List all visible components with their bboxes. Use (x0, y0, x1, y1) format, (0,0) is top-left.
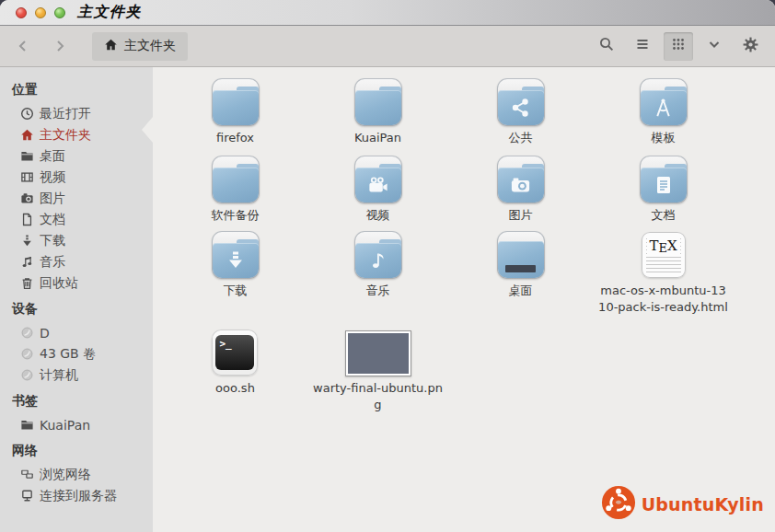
sidebar-item[interactable]: 43 GB 卷 (0, 343, 153, 364)
sidebar-item-label: 文档 (40, 212, 65, 228)
sidebar-item-label: KuaiPan (40, 418, 90, 433)
window-controls (16, 7, 65, 18)
home-icon (104, 38, 118, 54)
file-item[interactable]: 文档 (592, 156, 735, 231)
sidebar-section-header: 书签 (0, 386, 153, 414)
sidebar-item[interactable]: 最近打开 (0, 103, 153, 124)
sidebar-section-header: 设备 (0, 294, 153, 322)
file-item[interactable]: firefox (164, 78, 307, 156)
list-view-button[interactable] (628, 32, 657, 61)
file-grid: firefoxKuaiPan公共模板软件备份视频图片文档下载音乐桌面TEXmac… (153, 67, 775, 448)
file-name: 文档 (652, 207, 676, 224)
file-name: 公共 (509, 130, 533, 146)
branding: UbuntuKylin (601, 485, 764, 524)
forward-button[interactable] (50, 36, 70, 56)
download-icon (19, 234, 34, 249)
sidebar-section-header: 网络 (0, 435, 153, 464)
sidebar-item[interactable]: 文档 (0, 209, 153, 230)
file-name: KuaiPan (354, 130, 401, 146)
file-item[interactable]: 模板 (592, 78, 735, 156)
gear-button[interactable] (735, 32, 765, 61)
music-icon (19, 255, 34, 270)
sidebar-item-label: 回收站 (40, 275, 78, 292)
disk-icon (19, 326, 34, 341)
folder-video-icon (354, 156, 402, 203)
disk-icon (19, 347, 34, 362)
folder-desktop-icon (497, 231, 545, 279)
breadcrumb[interactable]: 主文件夹 (92, 32, 188, 61)
file-name: warty-final-ubuntu.png (313, 380, 444, 412)
network-icon (19, 468, 34, 482)
file-name: 下载 (224, 283, 248, 299)
file-name: 桌面 (509, 283, 533, 299)
file-name: ooo.sh (215, 380, 255, 397)
file-name: 图片 (509, 207, 533, 224)
trash-icon (19, 276, 34, 291)
breadcrumb-label: 主文件夹 (124, 38, 176, 54)
chevron-down-button[interactable] (700, 32, 729, 61)
sidebar-item[interactable]: 回收站 (0, 272, 153, 294)
selected-item-notch (142, 117, 153, 143)
minimize-button[interactable] (35, 7, 46, 18)
sidebar-item[interactable]: 计算机 (0, 364, 153, 386)
folder-icon (212, 78, 260, 126)
file-item[interactable]: 桌面 (449, 231, 592, 329)
toolbar-actions (585, 32, 765, 61)
file-item[interactable]: KuaiPan (307, 78, 449, 156)
search-button[interactable] (592, 32, 621, 61)
file-item[interactable]: 图片 (449, 156, 592, 231)
shell-script-file-icon: >_ (212, 329, 260, 376)
file-item[interactable]: 软件备份 (164, 156, 307, 231)
sidebar-item-label: 视频 (40, 169, 65, 186)
sidebar-item[interactable]: KuaiPan (0, 414, 153, 435)
file-manager-window: 主文件夹 主文件夹 位置最近打开主文件夹桌面视频图片文档下载音乐回收站设备D43… (0, 0, 775, 532)
sidebar-item-label: 最近打开 (40, 106, 91, 122)
maximize-button[interactable] (54, 7, 65, 18)
folder-icon (354, 78, 402, 126)
file-name: mac-os-x-mbuntu-1310-pack-is-ready.html (598, 283, 729, 315)
folder-download-icon (212, 231, 260, 279)
file-item[interactable]: warty-final-ubuntu.png (307, 329, 449, 448)
clock-icon (19, 107, 34, 121)
folder-documents-icon (640, 156, 688, 203)
ubuntukylin-logo-icon (601, 485, 636, 524)
sidebar-item[interactable]: 图片 (0, 188, 153, 209)
close-button[interactable] (16, 7, 27, 18)
sidebar-item[interactable]: 桌面 (0, 145, 153, 167)
grid-view-button[interactable] (664, 32, 693, 61)
sidebar-item[interactable]: 视频 (0, 167, 153, 188)
content-area: 位置最近打开主文件夹桌面视频图片文档下载音乐回收站设备D43 GB 卷计算机书签… (0, 67, 775, 532)
chevron-down-icon (706, 36, 723, 56)
folder-music-icon (354, 231, 402, 279)
file-item[interactable]: 视频 (307, 156, 449, 231)
file-item[interactable]: 下载 (164, 231, 307, 329)
branding-label: UbuntuKylin (642, 494, 764, 515)
sidebar-item-label: 计算机 (40, 367, 78, 384)
tex-html-file-icon: TEX (640, 231, 688, 279)
sidebar-section-header: 位置 (0, 75, 153, 103)
file-name: firefox (216, 130, 254, 146)
back-button[interactable] (13, 36, 33, 56)
file-item[interactable]: 音乐 (307, 231, 449, 329)
sidebar-item-label: 主文件夹 (40, 127, 91, 144)
file-item[interactable]: TEXmac-os-x-mbuntu-1310-pack-is-ready.ht… (592, 231, 735, 329)
sidebar-item[interactable]: 浏览网络 (0, 464, 153, 485)
file-item[interactable]: 公共 (449, 78, 592, 156)
file-item[interactable]: >_ooo.sh (164, 329, 307, 448)
sidebar-item[interactable]: 下载 (0, 230, 153, 251)
sidebar-item[interactable]: 主文件夹 (0, 124, 153, 145)
folder-icon (19, 418, 34, 433)
sidebar-item[interactable]: 音乐 (0, 251, 153, 272)
main-panel: firefoxKuaiPan公共模板软件备份视频图片文档下载音乐桌面TEXmac… (153, 67, 775, 532)
folder-share-icon (497, 78, 545, 126)
sidebar-item-label: 连接到服务器 (40, 488, 117, 504)
search-icon (598, 36, 615, 56)
file-name: 模板 (652, 130, 676, 146)
sidebar-item-label: 图片 (40, 191, 65, 207)
sidebar-item-label: 浏览网络 (40, 467, 91, 483)
titlebar: 主文件夹 (0, 0, 775, 26)
list-view-icon (634, 36, 651, 56)
sidebar-item[interactable]: D (0, 322, 153, 343)
sidebar-item[interactable]: 连接到服务器 (0, 485, 153, 506)
folder-icon (19, 149, 34, 164)
